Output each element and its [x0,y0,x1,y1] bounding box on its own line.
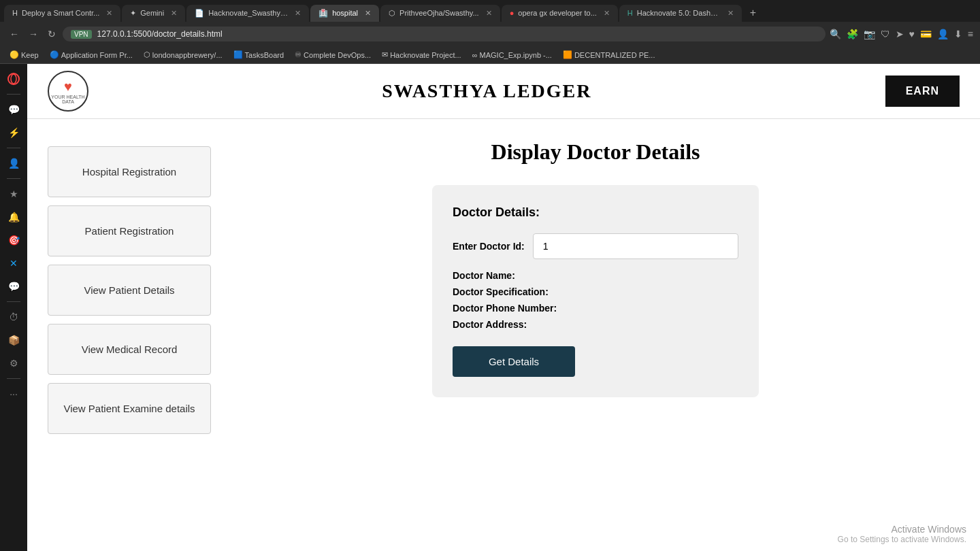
doctor-address-label: Doctor Address: [453,319,527,330]
doctor-spec-label: Doctor Specification: [453,286,549,297]
bookmark-appform[interactable]: 🔵 Application Form Pr... [47,49,135,61]
tab-close-hospital[interactable]: ✕ [365,9,371,18]
tab-label-hacknovate2: Hacknovate 5.0: Dashb... [637,9,721,17]
tab-label-gemini: Gemini [140,9,164,17]
tab-opera[interactable]: ● opera gx developer to... ✕ [502,5,618,22]
tab-icon-deploy: H [12,9,18,17]
view-medical-record-button[interactable]: View Medical Record [48,324,211,375]
sidebar-bell-icon[interactable]: 🔔 [4,207,23,227]
windows-subtitle: Go to Settings to activate Windows. [838,535,966,544]
tab-label-hacknovate: Hacknovate_Swasthya... [208,9,288,17]
page-body: Hospital Registration Patient Registrati… [27,119,980,551]
opera-logo-icon[interactable] [4,69,23,88]
patient-registration-button[interactable]: Patient Registration [48,205,211,256]
bookmark-devops[interactable]: ♾ Complete DevOps... [292,49,374,61]
nav-sidebar: Hospital Registration Patient Registrati… [48,133,211,537]
sidebar-message-icon[interactable]: 💬 [4,277,23,296]
sidebar-settings-icon[interactable]: ⚙ [4,354,23,373]
doctor-id-row: Enter Doctor Id: [453,233,738,259]
doctor-id-label: Enter Doctor Id: [453,241,525,252]
address-bar: ← → ↻ VPN 127.0.0.1:5500/doctor_details.… [0,22,980,46]
tab-close-prithvee[interactable]: ✕ [486,9,492,18]
reload-button[interactable]: ↻ [45,26,59,42]
tab-prithvee[interactable]: ⬡ PrithveeOjha/Swasthy... ✕ [380,5,500,22]
card-title: Doctor Details: [453,205,738,220]
content-area: Display Doctor Details Doctor Details: E… [231,133,960,537]
url-bar[interactable]: VPN 127.0.0.1:5500/doctor_details.html [63,27,826,41]
sidebar-star-icon[interactable]: ★ [4,184,23,203]
url-text: 127.0.0.1:5500/doctor_details.html [97,29,223,39]
extensions-icon[interactable]: 🧩 [847,29,858,39]
tab-close-gemini[interactable]: ✕ [171,9,177,18]
tab-gemini[interactable]: ✦ Gemini ✕ [122,5,185,22]
sidebar-divider-5 [7,378,20,379]
tab-hospital[interactable]: 🏥 hospital ✕ [310,5,379,22]
sidebar-divider-2 [7,148,20,148]
back-button[interactable]: ← [7,26,22,42]
tab-icon-gemini: ✦ [130,9,136,18]
logo-circle: ♥ YOUR HEALTH DATA [48,71,88,112]
sidebar-clock-icon[interactable]: ⏱ [4,307,23,327]
get-details-button[interactable]: Get Details [453,346,575,377]
doctor-name-label: Doctor Name: [453,270,515,281]
sidebar-divider-4 [7,301,20,302]
forward-button[interactable]: → [26,26,41,42]
camera-icon[interactable]: 📷 [864,29,875,39]
sidebar-box-icon[interactable]: 📦 [4,331,23,350]
bookmark-decentralized[interactable]: 🟧 DECENTRALIZED PE... [560,49,658,61]
tab-close-hacknovate2[interactable]: ✕ [728,9,734,18]
view-patient-details-button[interactable]: View Patient Details [48,265,211,316]
tab-icon-hospital: 🏥 [318,9,328,18]
heart-icon[interactable]: ♥ [909,29,915,39]
hospital-registration-button[interactable]: Hospital Registration [48,146,211,197]
wallet-icon[interactable]: 💳 [920,29,932,39]
profile-icon[interactable]: 👤 [937,29,949,39]
tab-deploy[interactable]: H Deploy a Smart Contr... ✕ [4,5,120,22]
tab-hacknovate[interactable]: 📄 Hacknovate_Swasthya... ✕ [186,5,309,22]
main-content: ♥ YOUR HEALTH DATA SWASTHYA LEDGER EARN … [27,64,980,551]
chat-icon[interactable]: 💬 [4,100,23,119]
sidebar-x-icon[interactable]: ✕ [4,254,23,273]
vpn-badge: VPN [71,30,92,39]
menu-icon[interactable]: ≡ [968,29,973,39]
site-title: SWASTHYA LEDGER [88,80,885,102]
doctor-spec-row: Doctor Specification: [453,286,738,297]
tab-icon-hacknovate2: H [627,9,633,17]
doctor-name-row: Doctor Name: [453,270,738,281]
doctor-address-row: Doctor Address: [453,319,738,330]
tab-hacknovate2[interactable]: H Hacknovate 5.0: Dashb... ✕ [619,5,742,22]
bookmark-magic[interactable]: ∞ MAGIC_Exp.ipynb -... [470,50,555,61]
tab-close-deploy[interactable]: ✕ [106,9,112,18]
doctor-phone-label: Doctor Phone Number: [453,303,557,314]
earn-button[interactable]: EARN [885,76,960,107]
page-title: Display Doctor Details [491,139,700,165]
send-icon[interactable]: ➤ [896,29,904,39]
download-icon[interactable]: ⬇ [954,29,962,39]
windows-activation-notice: Activate Windows Go to Settings to activ… [838,524,966,544]
address-icons: 🔍 🧩 📷 🛡 ➤ ♥ 💳 👤 ⬇ ≡ [830,29,973,39]
bookmark-keep[interactable]: 🟡 Keep [7,49,42,61]
search-icon[interactable]: 🔍 [830,29,841,39]
tab-close-hacknovate[interactable]: ✕ [295,9,301,18]
bookmarks-bar: 🟡 Keep 🔵 Application Form Pr... ⬡ london… [0,46,980,64]
app-container: 💬 ⚡ 👤 ★ 🔔 🎯 ✕ 💬 ⏱ 📦 ⚙ ··· ♥ YOUR HEALTH … [0,64,980,551]
tab-label-deploy: Deploy a Smart Contr... [22,9,99,17]
new-tab-button[interactable]: + [743,4,763,22]
bookmark-hacknovate-proj[interactable]: ✉ Hacknovate Project... [379,49,464,61]
sidebar-target-icon[interactable]: 🎯 [4,231,23,250]
news-icon[interactable]: ⚡ [4,123,23,142]
shield-icon[interactable]: 🛡 [881,29,890,39]
browser-chrome: H Deploy a Smart Contr... ✕ ✦ Gemini ✕ 📄… [0,0,980,64]
tab-bar: H Deploy a Smart Contr... ✕ ✦ Gemini ✕ 📄… [0,0,980,22]
sidebar-divider-3 [7,178,20,179]
bookmark-tasksboard[interactable]: 🟦 TasksBoard [231,49,287,61]
tab-close-opera[interactable]: ✕ [604,9,610,18]
bookmark-london[interactable]: ⬡ londonappbrewery/... [141,49,225,61]
doctor-id-input[interactable] [533,233,738,259]
site-header: ♥ YOUR HEALTH DATA SWASTHYA LEDGER EARN [27,64,980,119]
tab-icon-prithvee: ⬡ [389,9,395,18]
sidebar-more-icon[interactable]: ··· [4,384,23,403]
tab-label-prithvee: PrithveeOjha/Swasthy... [399,9,479,17]
sidebar-user-icon[interactable]: 👤 [4,154,23,173]
view-patient-examine-button[interactable]: View Patient Examine details [48,383,211,434]
